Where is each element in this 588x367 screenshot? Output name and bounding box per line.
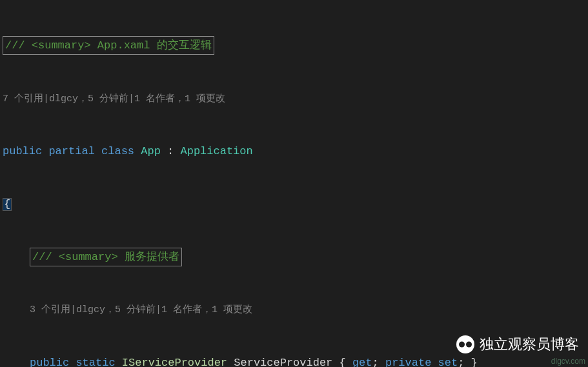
watermark-text: 独立观察员博客 xyxy=(480,335,579,354)
codelens-property[interactable]: 3 个引用|dlgcy，5 分钟前|1 名作者，1 项更改 xyxy=(3,301,588,319)
wechat-icon xyxy=(456,335,474,353)
code-editor[interactable]: /// <summary> App.xaml 的交互逻辑 7 个引用|dlgcy… xyxy=(0,0,588,367)
summary-class: /// <summary> App.xaml 的交互逻辑 xyxy=(3,36,588,55)
property-declaration: public static IServiceProvider ServicePr… xyxy=(3,354,588,367)
watermark: 独立观察员博客 xyxy=(456,335,579,354)
corner-url: dlgcv.com xyxy=(551,357,585,366)
brace-open-class: { xyxy=(3,195,588,213)
summary-property: /// <summary> 服务提供者 xyxy=(3,248,588,266)
class-declaration: public partial class App : Application xyxy=(3,143,588,160)
codelens-class[interactable]: 7 个引用|dlgcy，5 分钟前|1 名作者，1 项更改 xyxy=(3,90,588,108)
